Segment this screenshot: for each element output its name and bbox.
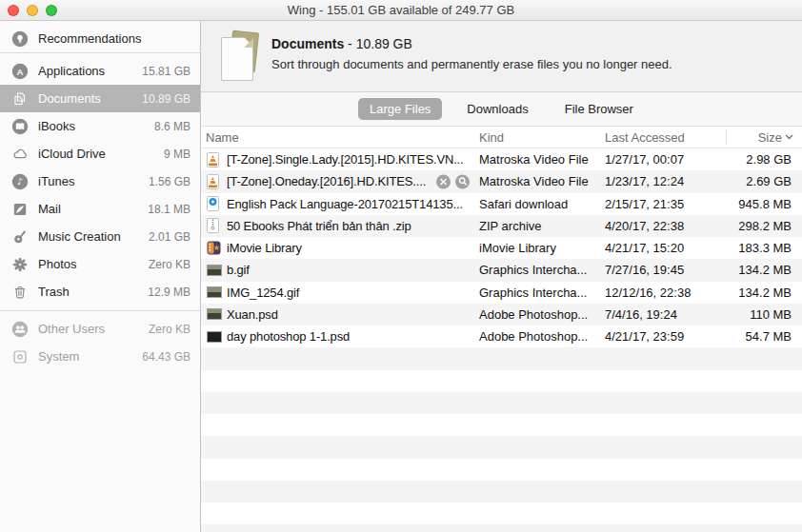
photos-pinwheel-icon	[10, 255, 30, 274]
empty-row	[201, 370, 802, 392]
sidebar-item-label: Trash	[38, 285, 148, 299]
main-panel: Documents - 10.89 GB Sort through docume…	[201, 21, 802, 532]
tab-file-browser[interactable]: File Browser	[553, 98, 645, 120]
sidebar-item-photos[interactable]: Photos Zero KB	[0, 250, 200, 278]
window-title: Wing - 155.01 GB available of 249.77 GB	[0, 0, 802, 20]
lightbulb-icon	[10, 30, 30, 49]
sidebar-item-size: 9 MB	[164, 148, 190, 161]
file-name: English Pack Language-20170215T14135...	[227, 193, 477, 215]
category-size: - 10.89 GB	[344, 36, 412, 51]
table-row[interactable]: iMovie Library iMovie Library 4/21/17, 1…	[201, 237, 802, 259]
sidebar-item-label: iBooks	[38, 119, 154, 133]
column-header-size-label: Size	[758, 130, 782, 145]
dark-thumbnail-icon	[207, 325, 222, 347]
video-file-icon	[207, 170, 219, 192]
ibooks-icon	[10, 117, 30, 136]
file-last-accessed: 1/23/17, 12:24	[605, 170, 721, 192]
table-row[interactable]: Xuan.psd Adobe Photoshop... 7/4/16, 19:2…	[201, 304, 802, 325]
column-header-kind[interactable]: Kind	[479, 127, 504, 148]
file-size: 54.7 MB	[746, 325, 792, 347]
file-size: 298.2 MB	[738, 215, 792, 237]
close-icon	[439, 177, 448, 186]
applications-icon: A	[10, 62, 30, 81]
file-size: 134.2 MB	[738, 282, 792, 304]
remove-file-button[interactable]	[436, 174, 451, 188]
sidebar-item-system[interactable]: System 64.43 GB	[0, 343, 200, 370]
table-row[interactable]: day photoshop 1-1.psd Adobe Photoshop...…	[201, 325, 802, 347]
image-thumbnail-icon	[207, 259, 222, 281]
file-size: 110 MB	[750, 304, 792, 325]
other-users-icon	[10, 320, 30, 339]
category-name: Documents	[271, 36, 344, 51]
table-row[interactable]: [T-Zone].Oneday.[2016].HD.KITES.... Matr…	[201, 170, 802, 192]
tab-downloads[interactable]: Downloads	[455, 98, 539, 120]
video-file-icon	[207, 148, 219, 170]
file-last-accessed: 1/27/17, 00:07	[605, 148, 721, 170]
file-size: 183.3 MB	[738, 237, 792, 259]
sidebar-item-ibooks[interactable]: iBooks 8.6 MB	[0, 112, 200, 140]
table-row[interactable]: b.gif Graphics Intercha... 7/27/16, 19:4…	[201, 259, 802, 281]
sidebar-item-mail[interactable]: Mail 18.1 MB	[0, 195, 200, 223]
sidebar-item-itunes[interactable]: ♪ iTunes 1.56 GB	[0, 167, 200, 195]
sidebar-item-label: iCloud Drive	[38, 147, 164, 161]
guitar-icon	[10, 227, 30, 246]
safari-download-icon	[207, 193, 219, 215]
sidebar-item-label: Photos	[38, 257, 149, 271]
sidebar-item-size: 1.56 GB	[149, 175, 190, 188]
mail-stamp-icon	[10, 200, 30, 219]
sidebar-item-music-creation[interactable]: Music Creation 2.01 GB	[0, 223, 200, 250]
documents-stack-icon	[220, 30, 264, 84]
sidebar-item-recommendations[interactable]: Recommendations	[0, 25, 200, 52]
sidebar-item-label: Mail	[38, 202, 148, 216]
table-row[interactable]: English Pack Language-20170215T14135... …	[201, 193, 802, 215]
image-thumbnail-icon	[207, 282, 222, 304]
file-kind: Adobe Photoshop...	[479, 325, 599, 347]
file-name: Xuan.psd	[227, 304, 477, 325]
tab-bar: Large Files Downloads File Browser	[201, 92, 802, 127]
column-separator	[726, 129, 727, 145]
empty-row	[201, 481, 802, 502]
table-row[interactable]: 50 Ebooks Phát triển bản thân .zip ZIP a…	[201, 215, 802, 237]
file-last-accessed: 2/15/17, 21:35	[605, 193, 721, 215]
sidebar-item-icloud-drive[interactable]: iCloud Drive 9 MB	[0, 140, 200, 167]
file-kind: Matroska Video File	[479, 148, 599, 170]
sidebar-item-applications[interactable]: A Applications 15.81 GB	[0, 57, 200, 85]
sidebar-item-size: 8.6 MB	[154, 120, 190, 133]
file-name: IMG_1254.gif	[227, 282, 477, 304]
sidebar-item-label: Documents	[38, 91, 142, 106]
empty-row	[201, 502, 802, 524]
category-title: Documents - 10.89 GB	[271, 36, 412, 51]
empty-row	[201, 459, 802, 481]
file-table: [T-Zone].Single.Lady.[2015].HD.KITES.VN.…	[201, 148, 802, 532]
file-size: 945.8 MB	[738, 193, 792, 215]
tab-large-files[interactable]: Large Files	[358, 98, 442, 120]
sidebar-item-trash[interactable]: Trash 12.9 MB	[0, 278, 200, 305]
column-header-last-accessed[interactable]: Last Accessed	[605, 127, 685, 148]
sidebar-divider	[0, 52, 200, 53]
file-last-accessed: 7/27/16, 19:45	[605, 259, 721, 281]
empty-row	[201, 392, 802, 414]
sidebar-item-size: 12.9 MB	[148, 286, 190, 299]
file-kind: Adobe Photoshop...	[479, 304, 599, 325]
row-hover-actions	[436, 174, 470, 188]
sidebar-item-size: 2.01 GB	[149, 230, 190, 244]
sidebar-item-label: iTunes	[38, 174, 149, 188]
sidebar-item-other-users[interactable]: Other Users Zero KB	[0, 315, 200, 343]
table-row[interactable]: IMG_1254.gif Graphics Intercha... 12/12/…	[201, 282, 802, 304]
column-header-size[interactable]: Size	[758, 127, 793, 148]
file-name: [T-Zone].Single.Lady.[2015].HD.KITES.VN.…	[227, 148, 477, 170]
file-last-accessed: 4/21/17, 23:59	[605, 325, 721, 347]
image-thumbnail-icon	[207, 304, 222, 325]
sidebar-item-documents[interactable]: Documents 10.89 GB	[0, 85, 200, 112]
sidebar-item-label: Other Users	[38, 322, 149, 336]
table-row[interactable]: [T-Zone].Single.Lady.[2015].HD.KITES.VN.…	[201, 148, 802, 170]
imovie-library-icon	[207, 237, 221, 259]
file-last-accessed: 4/21/17, 15:20	[605, 237, 721, 259]
file-kind: Graphics Intercha...	[479, 282, 599, 304]
file-size: 2.98 GB	[746, 148, 792, 170]
table-header: Name Kind Last Accessed Size	[201, 127, 802, 148]
reveal-in-finder-button[interactable]	[455, 174, 470, 188]
sidebar-item-label: Applications	[38, 64, 142, 78]
column-header-name[interactable]: Name	[206, 127, 239, 148]
file-last-accessed: 7/4/16, 19:24	[605, 304, 721, 325]
